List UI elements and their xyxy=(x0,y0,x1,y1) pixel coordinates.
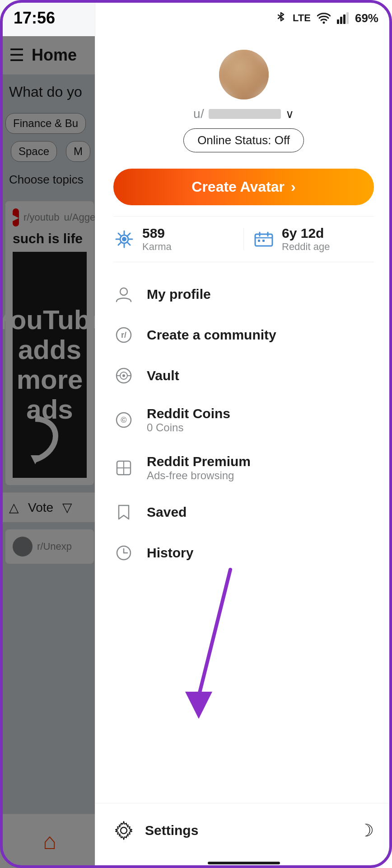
menu-item-my-profile[interactable]: My profile xyxy=(95,274,392,315)
history-title: History xyxy=(147,545,193,561)
bluetooth-icon xyxy=(275,11,286,25)
svg-text:r/: r/ xyxy=(121,330,126,340)
settings-gear-icon xyxy=(113,820,134,841)
drawer-status-bar: LTE 69% xyxy=(95,0,392,36)
svg-rect-21 xyxy=(262,240,265,242)
stats-row: 589 Karma 6y 12d Reddit age xyxy=(113,216,374,262)
stats-divider xyxy=(243,228,244,250)
karma-stat: 589 Karma xyxy=(113,226,234,253)
signal-icon xyxy=(337,12,349,24)
username-redacted xyxy=(209,109,281,119)
reddit-premium-title: Reddit Premium xyxy=(147,454,251,469)
svg-rect-3 xyxy=(340,17,342,24)
saved-title: Saved xyxy=(147,505,187,520)
settings-item[interactable]: Settings xyxy=(113,820,198,841)
avatar xyxy=(219,50,269,99)
karma-icon xyxy=(113,228,135,250)
svg-rect-2 xyxy=(337,19,339,24)
vault-title: Vault xyxy=(147,368,179,383)
svg-line-12 xyxy=(127,242,130,245)
svg-line-13 xyxy=(127,233,130,236)
menu-item-create-community[interactable]: r/ Create a community xyxy=(95,315,392,355)
wifi-icon xyxy=(317,12,331,24)
menu-list: My profile r/ Create a community xyxy=(95,269,392,803)
menu-item-vault[interactable]: Vault xyxy=(95,355,392,396)
profile-section: u/ ∨ Online Status: Off xyxy=(95,36,392,161)
battery-icon: 69% xyxy=(355,11,378,25)
reddit-coins-subtitle: 0 Coins xyxy=(147,421,230,434)
svg-point-15 xyxy=(122,237,126,241)
my-profile-title: My profile xyxy=(147,287,211,302)
menu-item-saved[interactable]: Saved xyxy=(95,492,392,533)
reddit-premium-text: Reddit Premium Ads-free browsing xyxy=(147,454,251,482)
reddit-coins-text: Reddit Coins 0 Coins xyxy=(147,406,230,434)
username-chevron-icon: ∨ xyxy=(285,107,294,121)
menu-item-reddit-coins[interactable]: © Reddit Coins 0 Coins xyxy=(95,396,392,444)
reddit-age-info: 6y 12d Reddit age xyxy=(282,226,330,253)
reddit-coins-title: Reddit Coins xyxy=(147,406,230,421)
saved-text: Saved xyxy=(147,505,187,520)
avatar-image xyxy=(219,50,269,99)
menu-item-reddit-premium[interactable]: Reddit Premium Ads-free browsing xyxy=(95,444,392,492)
history-text: History xyxy=(147,545,193,561)
vault-icon xyxy=(113,365,134,386)
svg-point-38 xyxy=(121,827,127,834)
username-row[interactable]: u/ ∨ xyxy=(193,107,294,121)
svg-text:©: © xyxy=(121,415,126,425)
reddit-age-value: 6y 12d xyxy=(282,226,330,241)
svg-rect-4 xyxy=(343,14,345,24)
svg-point-22 xyxy=(120,288,127,295)
person-icon xyxy=(113,284,134,305)
saved-icon xyxy=(113,502,134,523)
svg-point-1 xyxy=(322,22,325,24)
scroll-indicator xyxy=(208,862,280,864)
karma-label: Karma xyxy=(142,241,172,253)
svg-line-14 xyxy=(118,242,121,245)
svg-line-11 xyxy=(118,233,121,236)
bottom-bar: Settings ☽ xyxy=(95,803,392,857)
dark-mode-icon[interactable]: ☽ xyxy=(359,821,374,840)
premium-icon xyxy=(113,458,134,478)
online-status-button[interactable]: Online Status: Off xyxy=(183,128,304,152)
create-community-text: Create a community xyxy=(147,327,276,343)
karma-info: 589 Karma xyxy=(142,226,172,253)
username-prefix: u/ xyxy=(193,107,204,121)
lte-icon: LTE xyxy=(293,12,311,24)
status-time: 17:56 xyxy=(14,9,55,28)
karma-value: 589 xyxy=(142,226,172,241)
menu-item-history[interactable]: History xyxy=(95,533,392,573)
svg-rect-5 xyxy=(346,12,349,24)
reddit-age-icon xyxy=(253,228,275,250)
reddit-age-stat: 6y 12d Reddit age xyxy=(253,226,374,253)
create-community-title: Create a community xyxy=(147,327,276,343)
create-avatar-chevron-icon: › xyxy=(291,179,296,195)
create-avatar-label: Create Avatar xyxy=(191,179,285,195)
drawer-panel: LTE 69% u/ ∨ xyxy=(95,0,392,868)
svg-point-27 xyxy=(122,374,125,377)
svg-rect-20 xyxy=(258,240,260,242)
reddit-age-label: Reddit age xyxy=(282,241,330,253)
vault-text: Vault xyxy=(147,368,179,383)
my-profile-text: My profile xyxy=(147,287,211,302)
reddit-premium-subtitle: Ads-free browsing xyxy=(147,469,251,482)
community-icon: r/ xyxy=(113,325,134,345)
settings-label: Settings xyxy=(145,823,198,838)
create-avatar-button[interactable]: Create Avatar › xyxy=(113,169,374,205)
history-icon xyxy=(113,542,134,563)
coins-icon: © xyxy=(113,410,134,430)
